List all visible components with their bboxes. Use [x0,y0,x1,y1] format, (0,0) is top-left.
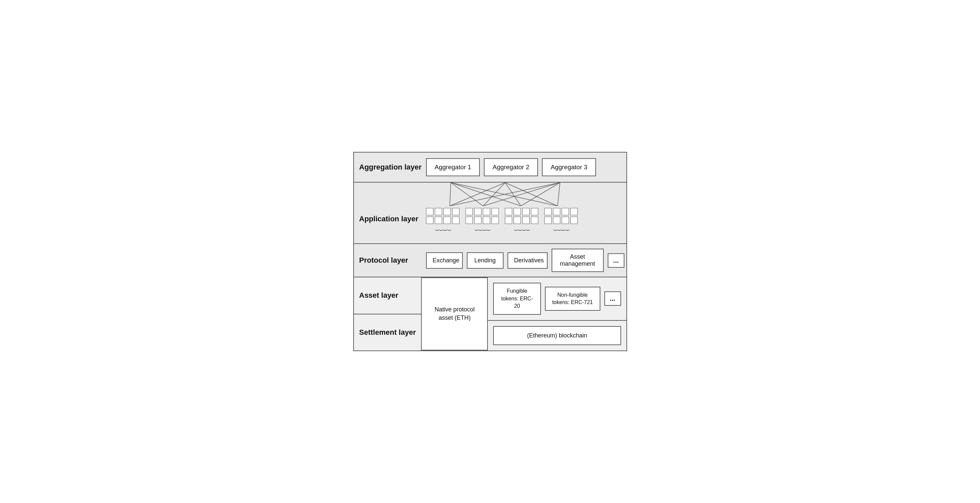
app-cell [544,217,552,224]
labels-column: Asset layer Settlement layer [354,278,422,350]
protocol-label: Protocol layer [359,256,426,265]
app-cell [514,208,521,215]
asset-items-row: Fungible tokens: ERC-20 Non-fungible tok… [488,278,626,321]
app-grid-2 [465,208,499,224]
connection-lines [354,182,628,206]
settlement-row: (Ethereum) blockchain [488,321,626,351]
app-cell [544,208,552,215]
app-group-3: ⌣⌣⌣⌣ [505,208,538,234]
app-grid-1 [426,208,460,224]
svg-line-9 [483,182,560,206]
app-cell [465,217,473,224]
right-column: Fungible tokens: ERC-20 Non-fungible tok… [488,278,626,350]
app-grid-3 [505,208,538,224]
non-fungible-tokens: Non-fungible tokens: ERC-721 [545,287,600,311]
protocol-derivatives: Derivatives [508,252,547,269]
protocol-content: Exchange Lending Derivatives Asset manag… [426,249,624,272]
app-cell [474,217,482,224]
app-cell [562,217,569,224]
app-group-4: ⌣⌣⌣⌣ [544,208,578,234]
app-cell [553,217,560,224]
svg-line-0 [450,182,451,206]
app-cell [444,217,451,224]
aggregator-1: Aggregator 1 [426,158,480,176]
brace-4: ⌣⌣⌣⌣ [553,225,569,234]
app-cell [522,208,530,215]
protocol-asset-management: Asset management [552,249,604,272]
app-cell [483,208,490,215]
protocol-lending: Lending [467,252,504,269]
app-cell [452,217,460,224]
application-content: ⌣⌣⌣⌣ ⌣⌣⌣⌣ [426,208,621,234]
diagram: Aggregation layer Aggregator 1 Aggregato… [353,152,627,351]
app-group-2: ⌣⌣⌣⌣ [465,208,499,234]
app-grid-4 [544,208,578,224]
app-cell [426,208,433,215]
aggregator-2: Aggregator 2 [484,158,538,176]
asset-label: Asset layer [354,278,422,314]
app-cell [570,217,578,224]
native-protocol-box: Native protocol asset (ETH) [421,278,488,350]
app-group-1: ⌣⌣⌣⌣ [426,208,460,234]
app-cell [505,217,512,224]
app-cell [553,208,560,215]
aggregation-content: Aggregator 1 Aggregator 2 Aggregator 3 [426,158,621,176]
svg-line-2 [451,182,521,206]
app-cell [514,217,521,224]
app-cell [531,208,538,215]
app-cell [562,208,569,215]
protocol-ellipsis: ... [608,253,624,268]
app-cell [492,217,499,224]
svg-line-11 [558,182,560,206]
app-cell [452,208,460,215]
app-cell [435,208,442,215]
native-protocol-column: Native protocol asset (ETH) [421,278,488,350]
app-cell [465,208,473,215]
app-cell [483,217,490,224]
aggregation-label: Aggregation layer [359,163,426,171]
aggregator-3: Aggregator 3 [542,158,596,176]
fungible-tokens: Fungible tokens: ERC-20 [493,283,541,314]
brace-1: ⌣⌣⌣⌣ [435,225,451,234]
app-cell [570,208,578,215]
asset-settlement-combined: Asset layer Settlement layer Native prot… [354,278,627,350]
settlement-label: Settlement layer [354,314,422,351]
app-cell [522,217,530,224]
app-cell [435,217,442,224]
svg-line-4 [450,182,505,206]
app-cell [474,208,482,215]
asset-ellipsis: ... [605,291,621,306]
app-cell [505,208,512,215]
app-cell [531,217,538,224]
aggregation-layer: Aggregation layer Aggregator 1 Aggregato… [354,152,627,182]
app-cell [492,208,499,215]
brace-3: ⌣⌣⌣⌣ [514,225,530,234]
ethereum-blockchain: (Ethereum) blockchain [493,326,621,345]
app-cell [426,217,433,224]
brace-2: ⌣⌣⌣⌣ [474,225,490,234]
protocol-exchange: Exchange [426,252,463,269]
protocol-layer: Protocol layer Exchange Lending Derivati… [354,244,627,278]
application-label: Application layer [359,208,426,223]
app-cell [444,208,451,215]
